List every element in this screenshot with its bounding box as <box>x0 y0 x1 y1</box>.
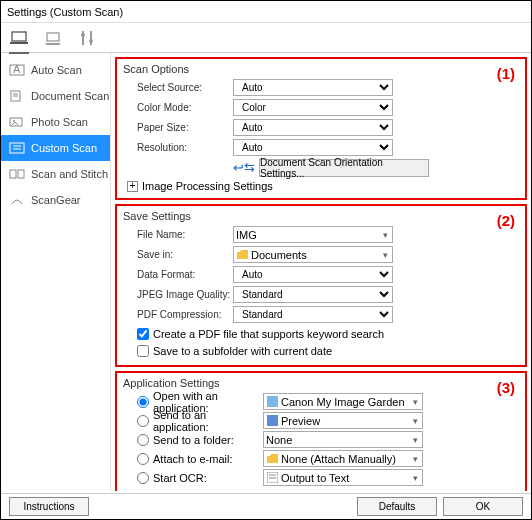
save-settings-panel: (2) Save Settings File Name: IMG Save in… <box>115 204 527 367</box>
color-mode-label: Color Mode: <box>123 102 233 113</box>
attach-email-label: Attach to e-mail: <box>153 453 259 465</box>
send-folder-radio[interactable] <box>137 434 149 446</box>
sidebar-item-label: Auto Scan <box>31 64 82 76</box>
svg-rect-19 <box>267 396 278 407</box>
svg-text:A: A <box>13 64 21 75</box>
svg-rect-20 <box>267 415 278 426</box>
sidebar-item-label: Document Scan <box>31 90 109 102</box>
file-name-combo[interactable]: IMG <box>233 226 393 243</box>
open-app-dropdown[interactable]: Canon My Image Garden <box>263 393 423 410</box>
svg-point-5 <box>81 33 85 37</box>
image-processing-expand[interactable]: + Image Processing Settings <box>123 178 519 192</box>
pdf-keyword-label: Create a PDF file that supports keyword … <box>153 328 384 340</box>
data-format-label: Data Format: <box>123 269 233 280</box>
paper-size-dropdown[interactable]: Auto <box>233 119 393 136</box>
subfolder-checkbox[interactable] <box>137 345 149 357</box>
sidebar: A Auto Scan Document Scan Photo Scan Cus… <box>1 53 111 491</box>
scan-options-panel: (1) Scan Options Select Source: Auto Col… <box>115 57 527 200</box>
text-icon <box>266 472 278 484</box>
general-settings-tab-icon[interactable] <box>77 28 97 48</box>
back-arrow-icon[interactable]: ↩⇆ <box>233 160 255 175</box>
resolution-dropdown[interactable]: Auto <box>233 139 393 156</box>
sidebar-item-label: ScanGear <box>31 194 81 206</box>
svg-rect-0 <box>12 32 26 41</box>
orientation-settings-button[interactable]: Document Scan Orientation Settings... <box>259 159 429 177</box>
pdf-compression-label: PDF Compression: <box>123 309 233 320</box>
image-processing-label: Image Processing Settings <box>142 180 273 192</box>
sidebar-item-auto-scan[interactable]: A Auto Scan <box>1 57 110 83</box>
sidebar-item-scangear[interactable]: ScanGear <box>1 187 110 213</box>
panel-tag-3: (3) <box>497 379 515 396</box>
svg-rect-1 <box>10 42 28 44</box>
stitch-icon <box>9 167 25 181</box>
svg-point-6 <box>89 39 93 43</box>
pdf-compression-dropdown[interactable]: Standard <box>233 306 393 323</box>
window-title: Settings (Custom Scan) <box>1 1 531 23</box>
no-app-radio[interactable] <box>137 491 149 492</box>
svg-rect-17 <box>10 170 16 178</box>
save-in-label: Save in: <box>123 249 233 260</box>
select-source-dropdown[interactable]: Auto <box>233 79 393 96</box>
attach-email-dropdown[interactable]: None (Attach Manually) <box>263 450 423 467</box>
data-format-dropdown[interactable]: Auto <box>233 266 393 283</box>
svg-rect-14 <box>10 143 24 153</box>
paper-size-label: Paper Size: <box>123 122 233 133</box>
app-icon <box>266 396 278 408</box>
sidebar-item-scan-stitch[interactable]: Scan and Stitch <box>1 161 110 187</box>
custom-scan-icon <box>9 141 25 155</box>
file-name-label: File Name: <box>123 229 233 240</box>
svg-rect-2 <box>47 33 59 41</box>
application-settings-title: Application Settings <box>123 377 519 389</box>
pdf-keyword-checkbox[interactable] <box>137 328 149 340</box>
jpeg-quality-dropdown[interactable]: Standard <box>233 286 393 303</box>
sidebar-item-label: Scan and Stitch <box>31 168 108 180</box>
folder-icon <box>236 249 248 261</box>
send-folder-label: Send to a folder: <box>153 434 259 446</box>
panel-tag-1: (1) <box>497 65 515 82</box>
save-in-dropdown[interactable]: Documents <box>233 246 393 263</box>
scan-from-panel-tab-icon[interactable] <box>43 28 63 48</box>
start-ocr-label: Start OCR: <box>153 472 259 484</box>
sidebar-item-document-scan[interactable]: Document Scan <box>1 83 110 109</box>
open-app-radio[interactable] <box>137 396 149 408</box>
start-ocr-dropdown[interactable]: Output to Text <box>263 469 423 486</box>
subfolder-label: Save to a subfolder with current date <box>153 345 332 357</box>
scangear-icon <box>9 193 25 207</box>
sidebar-item-photo-scan[interactable]: Photo Scan <box>1 109 110 135</box>
color-mode-dropdown[interactable]: Color <box>233 99 393 116</box>
start-ocr-radio[interactable] <box>137 472 149 484</box>
panel-tag-2: (2) <box>497 212 515 229</box>
svg-rect-12 <box>10 118 22 126</box>
defaults-button[interactable]: Defaults <box>357 497 437 516</box>
application-settings-panel: (3) Application Settings Open with an ap… <box>115 371 527 491</box>
resolution-label: Resolution: <box>123 142 233 153</box>
jpeg-quality-label: JPEG Image Quality: <box>123 289 233 300</box>
footer: Instructions Defaults OK <box>1 493 531 519</box>
scan-options-title: Scan Options <box>123 63 519 75</box>
save-settings-title: Save Settings <box>123 210 519 222</box>
send-app-label: Send to an application: <box>153 409 259 433</box>
select-source-label: Select Source: <box>123 82 233 93</box>
preview-icon <box>266 415 278 427</box>
photo-scan-icon <box>9 115 25 129</box>
send-folder-dropdown[interactable]: None <box>263 431 423 448</box>
send-app-dropdown[interactable]: Preview <box>263 412 423 429</box>
ok-button[interactable]: OK <box>443 497 523 516</box>
auto-scan-icon: A <box>9 63 25 77</box>
folder-icon <box>266 453 278 465</box>
expand-plus-icon: + <box>127 181 138 192</box>
scan-from-computer-tab-icon[interactable] <box>9 28 29 48</box>
document-scan-icon <box>9 89 25 103</box>
sidebar-item-label: Photo Scan <box>31 116 88 128</box>
sidebar-item-custom-scan[interactable]: Custom Scan <box>1 135 110 161</box>
instructions-button[interactable]: Instructions <box>9 497 89 516</box>
toolbar <box>1 23 531 53</box>
send-app-radio[interactable] <box>137 415 149 427</box>
svg-rect-18 <box>18 170 24 178</box>
sidebar-item-label: Custom Scan <box>31 142 97 154</box>
no-app-label: Do not start any application <box>153 491 286 492</box>
attach-email-radio[interactable] <box>137 453 149 465</box>
